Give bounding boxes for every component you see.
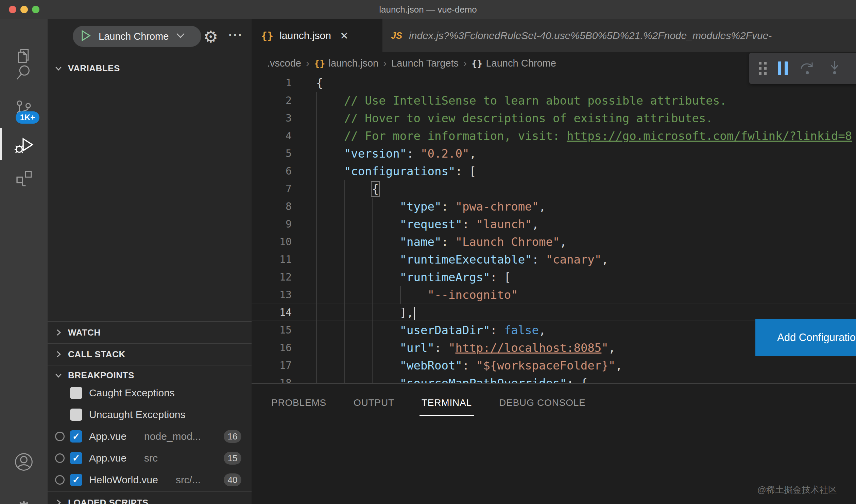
panel-tab-problems[interactable]: PROBLEMS [271,390,326,416]
debug-toolbar [749,53,856,84]
search-icon [14,62,34,84]
code-text: "runtimeArgs": [ [316,268,511,286]
sidebar-item-extensions[interactable] [0,161,48,197]
tab-label: launch.json [279,30,331,41]
open-launch-json-gear[interactable]: ⚙ [200,26,222,47]
chevron-down-icon [54,64,64,73]
titlebar: launch.json — vue-demo [0,0,856,19]
pause-icon[interactable] [778,61,788,75]
start-debug-icon[interactable] [81,30,91,43]
debug-config-dropdown[interactable]: Launch Chrome [73,26,201,47]
step-out-icon[interactable] [854,60,856,77]
views-more-actions[interactable]: ⋯ [224,26,247,46]
line-number: 14 [252,304,292,321]
breakpoint-file-row[interactable]: ✓App.vuesrc15 [48,447,252,469]
json-symbol-icon: {} [314,58,325,69]
breadcrumb-item[interactable]: {}Launch Chrome [472,58,556,69]
breadcrumb-label: Launch Chrome [486,58,556,69]
section-label: BREAKPOINTS [68,370,134,381]
checkbox[interactable]: ✓ [70,474,82,486]
line-number: 17 [252,357,292,374]
breakpoint-file-name: HelloWorld.vue [89,474,158,486]
tab-index-js-preview[interactable]: JS index.js?%3FclonedRuleSet-40.use%5B0%… [383,19,856,52]
section-label: WATCH [68,327,101,338]
breakpoint-file-path: node_mod... [144,431,201,442]
line-number: 6 [252,162,292,180]
bottom-panel: PROBLEMSOUTPUTTERMINALDEBUG CONSOLE @稀土掘… [252,383,856,504]
breadcrumb-label: Launch Targets [391,58,459,69]
sidebar-item-manage[interactable]: ⚙ [0,490,48,504]
run-and-debug-icon [13,135,34,157]
code-line-5[interactable]: 5 "version": "0.2.0", [252,145,856,162]
code-text: "userDataDir": false, [316,321,546,339]
checkbox[interactable] [70,387,82,399]
breakpoint-label: Uncaught Exceptions [89,409,186,420]
code-line-2[interactable]: 2 // Use IntelliSense to learn about pos… [252,92,856,109]
code-line-9[interactable]: 9 "request": "launch", [252,215,856,233]
close-tab-icon[interactable]: ✕ [340,30,348,42]
breadcrumb-label: launch.json [328,58,378,69]
gear-icon: ⚙ [203,27,218,46]
panel-tab-debug-console[interactable]: DEBUG CONSOLE [499,390,586,416]
panel-tab-terminal[interactable]: TERMINAL [422,390,472,416]
line-number: 12 [252,268,292,286]
code-text: "configurations": [ [316,162,476,180]
editor-area: {} launch.json ✕ JS index.js?%3FclonedRu… [252,19,856,504]
code-line-8[interactable]: 8 "type": "pwa-chrome", [252,198,856,215]
code-text: "webRoot": "${workspaceFolder}", [316,357,622,374]
breakpoint-file-name: App.vue [89,452,126,464]
code-line-17[interactable]: 17 "webRoot": "${workspaceFolder}", [252,357,856,374]
line-number: 16 [252,339,292,357]
panel-tab-output[interactable]: OUTPUT [354,390,394,416]
code-line-7[interactable]: 7 { [252,180,856,198]
sidebar-item-search[interactable] [0,55,48,91]
checkbox[interactable] [70,409,82,421]
breadcrumb-item[interactable]: .vscode [267,58,301,69]
code-line-14[interactable]: 14 ], [252,304,856,321]
section-label: CALL STACK [68,349,125,360]
drag-grip-icon[interactable] [759,62,767,75]
breakpoints-list: Caught ExceptionsUncaught Exceptions✓App… [48,382,252,491]
code-text: { [316,180,379,198]
section-loaded-scripts[interactable]: LOADED SCRIPTS [48,492,252,504]
sidebar-item-accounts[interactable] [0,445,48,480]
step-into-icon[interactable] [827,60,842,77]
line-number: 9 [252,215,292,233]
sidebar-item-run-debug[interactable] [0,128,48,164]
breakpoint-exception-row[interactable]: Uncaught Exceptions [48,404,252,426]
code-line-11[interactable]: 11 "runtimeExecutable": "canary", [252,251,856,268]
section-call-stack[interactable]: CALL STACK [48,344,252,365]
line-number: 18 [252,374,292,383]
add-configuration-button[interactable]: Add Configuration [755,319,856,356]
checkbox[interactable]: ✓ [70,430,82,443]
breakpoint-file-row[interactable]: ✓HelloWorld.vuesrc/...40 [48,469,252,491]
breadcrumb-item[interactable]: {}launch.json [314,58,378,69]
code-line-6[interactable]: 6 "configurations": [ [252,162,856,180]
account-icon [14,452,34,473]
activity-bar: 1K+ ⚙ [0,19,48,504]
code-line-3[interactable]: 3 // Hover to view descriptions of exist… [252,109,856,127]
code-line-4[interactable]: 4 // For more information, visit: https:… [252,127,856,145]
section-watch[interactable]: WATCH [48,322,252,343]
breakpoint-file-name: App.vue [89,431,126,442]
breadcrumb-item[interactable]: Launch Targets [391,58,459,69]
line-number: 2 [252,92,292,109]
code-text: "url": "http://localhost:8085", [316,339,615,357]
breakpoint-file-row[interactable]: ✓App.vuenode_mod...16 [48,426,252,447]
code-text: "type": "pwa-chrome", [316,198,546,215]
breadcrumb-label: .vscode [267,58,301,69]
code-line-13[interactable]: 13 "--incognito" [252,286,856,304]
section-variables[interactable]: VARIABLES [48,58,252,79]
code-line-10[interactable]: 10 "name": "Launch Chrome", [252,233,856,251]
breakpoint-circle-icon [55,475,65,485]
debug-config-label: Launch Chrome [99,31,169,42]
checkbox[interactable]: ✓ [70,452,82,464]
breadcrumb-separator: › [306,57,309,69]
source-control-badge: 1K+ [16,111,39,124]
step-over-icon[interactable] [799,60,816,77]
code-line-12[interactable]: 12 "runtimeArgs": [ [252,268,856,286]
breakpoint-exception-row[interactable]: Caught Exceptions [48,382,252,404]
chevron-right-icon [54,498,64,504]
code-line-18[interactable]: 18 "sourceMapPathOverrides": { [252,374,856,383]
tab-launch-json[interactable]: {} launch.json ✕ [252,19,382,52]
